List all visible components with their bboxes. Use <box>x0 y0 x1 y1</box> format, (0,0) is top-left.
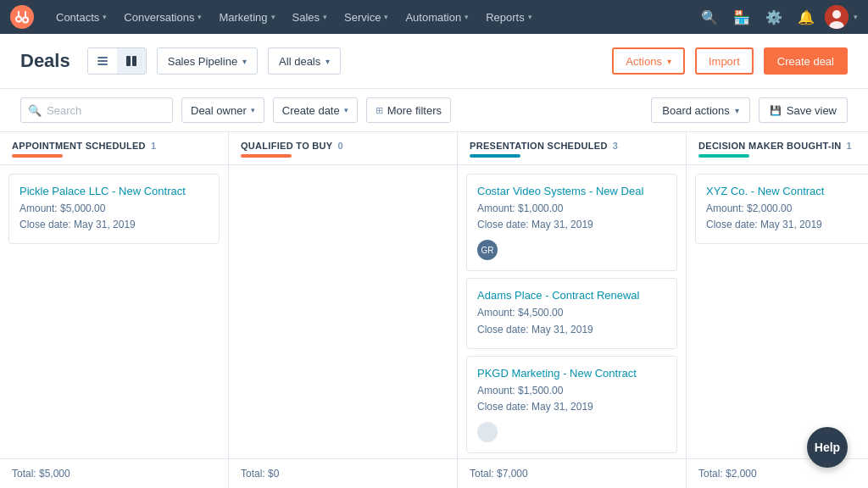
svg-rect-7 <box>126 56 131 66</box>
import-button[interactable]: Import <box>695 47 754 75</box>
actions-button[interactable]: Actions ▾ <box>612 47 685 75</box>
deal-amount: Amount: $2,000.00 <box>706 201 868 217</box>
chevron-down-icon: ▾ <box>465 13 469 21</box>
more-filters-button[interactable]: ⊞ More filters <box>366 97 451 123</box>
nav-service[interactable]: Service ▾ <box>336 0 397 34</box>
board-actions-button[interactable]: Board actions ▾ <box>651 97 750 123</box>
chevron-down-icon: ▾ <box>103 13 107 21</box>
column-cards-decision-maker-bought-in: XYZ Co. - New ContractAmount: $2,000.00C… <box>687 165 868 458</box>
hubspot-logo[interactable] <box>10 5 34 29</box>
nav-reports[interactable]: Reports ▾ <box>477 0 541 34</box>
page-header: Deals Sales Pipeline <box>0 34 868 89</box>
deal-avatar-row <box>477 422 666 442</box>
search-icon: 🔍 <box>28 104 42 117</box>
chevron-down-icon: ▾ <box>271 13 275 21</box>
filter-bar: 🔍 Deal owner ▾ Create date ▾ ⊞ More filt… <box>0 89 868 132</box>
deal-title[interactable]: Costar Video Systems - New Deal <box>477 185 666 197</box>
column-count: 3 <box>613 141 618 151</box>
column-bar <box>241 154 292 158</box>
column-title: PRESENTATION SCHEDULED <box>470 141 608 151</box>
chevron-down-icon: ▾ <box>667 57 671 66</box>
deal-close-date: Close date: May 31, 2019 <box>477 217 666 233</box>
deal-card[interactable]: PKGD Marketing - New ContractAmount: $1,… <box>466 356 677 453</box>
column-title: APPOINTMENT SCHEDULED <box>12 141 146 151</box>
deal-close-date: Close date: May 31, 2019 <box>477 322 666 338</box>
nav-conversations[interactable]: Conversations ▾ <box>115 0 210 34</box>
column-total: Total: $0 <box>229 458 457 488</box>
deal-title[interactable]: PKGD Marketing - New Contract <box>477 367 666 380</box>
deal-card[interactable]: Pickle Palace LLC - New ContractAmount: … <box>8 174 220 244</box>
deal-avatar-row: GR <box>477 240 666 260</box>
column-bar <box>470 154 520 158</box>
deal-amount: Amount: $1,500.00 <box>477 383 666 399</box>
deal-owner-filter[interactable]: Deal owner ▾ <box>181 97 264 123</box>
create-deal-button[interactable]: Create deal <box>764 47 848 75</box>
chevron-down-icon: ▾ <box>528 13 532 21</box>
help-button[interactable]: Help <box>807 427 848 468</box>
column-header-appointment-scheduled: APPOINTMENT SCHEDULED1 <box>0 132 228 165</box>
column-presentation-scheduled: PRESENTATION SCHEDULED3Costar Video Syst… <box>458 132 687 488</box>
pipeline-selector[interactable]: Sales Pipeline ▾ <box>157 47 258 75</box>
topnav-right-icons: 🔍 🏪 ⚙️ 🔔 ▾ <box>696 3 858 30</box>
nav-contacts[interactable]: Contacts ▾ <box>47 0 115 34</box>
column-bar <box>698 154 749 158</box>
svg-point-0 <box>10 5 34 29</box>
svg-rect-4 <box>97 57 108 58</box>
column-count: 1 <box>847 141 852 151</box>
deal-amount: Amount: $5,000.00 <box>19 201 209 217</box>
page-title: Deals <box>20 50 70 72</box>
save-icon: 💾 <box>770 105 782 116</box>
column-qualified-to-buy: QUALIFIED TO BUY0Total: $0 <box>229 132 458 488</box>
column-cards-appointment-scheduled: Pickle Palace LLC - New ContractAmount: … <box>0 165 228 458</box>
nav-sales[interactable]: Sales ▾ <box>284 0 337 34</box>
main-content: Deals Sales Pipeline <box>0 34 868 488</box>
search-input[interactable] <box>47 104 148 117</box>
deal-amount: Amount: $1,000.00 <box>477 201 666 217</box>
column-appointment-scheduled: APPOINTMENT SCHEDULED1Pickle Palace LLC … <box>0 132 229 488</box>
deal-title[interactable]: Adams Place - Contract Renewal <box>477 289 666 302</box>
deal-close-date: Close date: May 31, 2019 <box>19 217 209 233</box>
column-title: QUALIFIED TO BUY <box>241 141 333 151</box>
board-view-button[interactable] <box>117 48 146 74</box>
chevron-down-icon: ▾ <box>735 106 739 115</box>
deal-title[interactable]: XYZ Co. - New Contract <box>706 185 868 197</box>
svg-rect-6 <box>97 64 108 65</box>
deal-amount: Amount: $4,500.00 <box>477 305 666 321</box>
chevron-down-icon: ▾ <box>384 13 388 21</box>
list-view-button[interactable] <box>88 48 117 74</box>
nav-automation[interactable]: Automation ▾ <box>397 0 477 34</box>
column-title: DECISION MAKER BOUGHT-IN <box>698 141 842 151</box>
svg-rect-8 <box>132 56 136 66</box>
search-icon[interactable]: 🔍 <box>696 3 723 30</box>
chevron-down-icon: ▾ <box>251 106 255 114</box>
save-view-button[interactable]: 💾 Save view <box>759 97 848 123</box>
deal-avatar: GR <box>477 240 498 260</box>
column-total: Total: $2,000 <box>687 458 868 488</box>
chevron-down-icon: ▾ <box>242 57 247 66</box>
settings-icon[interactable]: ⚙️ <box>760 3 787 30</box>
column-cards-qualified-to-buy <box>229 165 457 458</box>
column-bar <box>12 154 63 158</box>
deal-card[interactable]: XYZ Co. - New ContractAmount: $2,000.00C… <box>695 174 868 244</box>
nav-marketing[interactable]: Marketing ▾ <box>210 0 283 34</box>
chevron-down-icon: ▾ <box>344 106 348 114</box>
deal-filter-selector[interactable]: All deals ▾ <box>268 47 341 75</box>
deal-title[interactable]: Pickle Palace LLC - New Contract <box>19 185 209 197</box>
chevron-down-icon: ▾ <box>326 57 330 66</box>
top-navigation: Contacts ▾ Conversations ▾ Marketing ▾ S… <box>0 0 868 34</box>
deal-card[interactable]: Costar Video Systems - New DealAmount: $… <box>466 174 677 271</box>
chevron-down-icon: ▾ <box>323 13 327 21</box>
deal-close-date: Close date: May 31, 2019 <box>477 399 666 415</box>
user-avatar[interactable] <box>825 5 849 29</box>
column-total: Total: $5,000 <box>0 458 228 488</box>
create-date-filter[interactable]: Create date ▾ <box>273 97 358 123</box>
deal-card[interactable]: Adams Place - Contract RenewalAmount: $4… <box>466 278 677 348</box>
view-toggle <box>87 47 147 75</box>
board-columns: APPOINTMENT SCHEDULED1Pickle Palace LLC … <box>0 132 868 488</box>
notifications-icon[interactable]: 🔔 <box>793 3 820 30</box>
deal-avatar <box>477 422 498 442</box>
column-count: 1 <box>151 141 156 151</box>
column-total: Total: $7,000 <box>458 458 686 488</box>
search-box[interactable]: 🔍 <box>20 97 173 123</box>
marketplace-icon[interactable]: 🏪 <box>728 3 755 30</box>
